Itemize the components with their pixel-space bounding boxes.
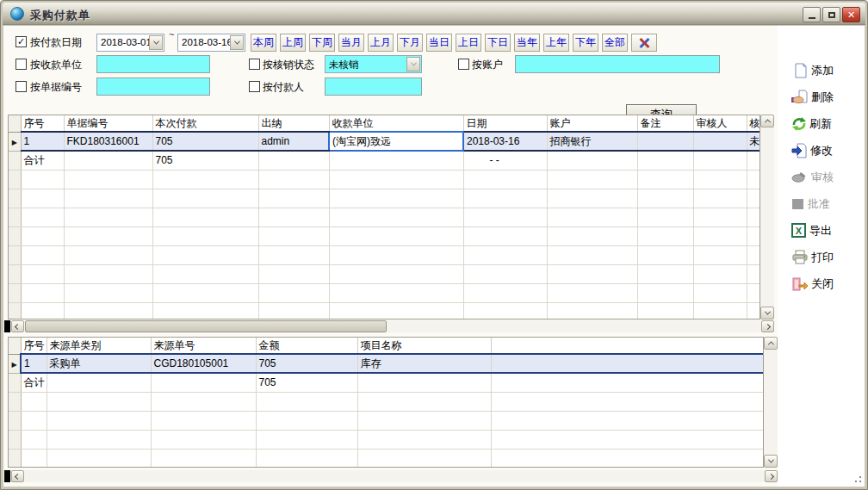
table-row-empty	[9, 226, 760, 245]
export-button[interactable]: X 导出	[791, 219, 867, 242]
col-date[interactable]: 日期	[463, 115, 547, 132]
refresh-icon	[791, 116, 807, 132]
col-seq[interactable]: 序号	[21, 338, 46, 354]
table-row[interactable]: ▶ 1 采购单 CGD180105001 705 库存	[9, 354, 764, 373]
table-row-empty	[9, 430, 764, 449]
date-to-combo[interactable]: 2018-03-16	[177, 34, 245, 52]
col-source-no[interactable]: 来源单号	[151, 338, 256, 354]
pay-date-label: 按付款日期	[30, 35, 82, 50]
date-from-combo[interactable]: 2018-03-01	[96, 34, 164, 52]
add-button[interactable]: 添加	[791, 59, 867, 82]
scroll-down-button[interactable]	[760, 307, 774, 319]
col-extra	[491, 338, 764, 354]
col-payee[interactable]: 收款单位	[329, 115, 463, 132]
pane-splitter[interactable]	[4, 320, 10, 332]
scroll-right-button[interactable]	[761, 320, 774, 332]
range-this-week-button[interactable]: 本周	[251, 34, 276, 52]
print-icon	[791, 250, 809, 265]
range-last-week-button[interactable]: 上周	[280, 34, 306, 52]
range-this-month-button[interactable]: 当月	[338, 34, 364, 52]
payee-input[interactable]	[96, 55, 210, 73]
detail-table-vscrollbar[interactable]	[764, 337, 778, 468]
table-row-empty	[9, 392, 764, 411]
detail-table: 序号 来源单类别 来源单号 金额 项目名称 ▶ 1 采购单 CGD1801050…	[8, 337, 764, 468]
pay-date-checkbox[interactable]: ✓	[16, 36, 27, 47]
detail-table-hscrollbar[interactable]	[4, 470, 778, 482]
approve-button: 批准	[791, 192, 867, 215]
app-globe-icon	[10, 7, 24, 21]
date-from-value: 2018-03-01	[101, 37, 152, 47]
range-last-month-button[interactable]: 上月	[368, 34, 394, 52]
range-next-month-button[interactable]: 下月	[397, 34, 423, 52]
minimize-button[interactable]	[803, 7, 821, 22]
scroll-down-button[interactable]	[764, 455, 778, 468]
doc-no-label: 按单据编号	[30, 80, 82, 95]
range-last-year-button[interactable]: 上年	[543, 34, 569, 52]
resize-grip[interactable]	[852, 473, 862, 483]
verify-status-checkbox[interactable]	[249, 59, 260, 70]
pane-splitter[interactable]	[4, 470, 10, 482]
col-remark[interactable]: 备注	[637, 115, 693, 132]
close-button[interactable]: ✕	[842, 7, 860, 22]
col-source-type[interactable]: 来源单类别	[46, 338, 151, 354]
doc-no-checkbox[interactable]	[16, 81, 27, 92]
payee-checkbox[interactable]	[16, 59, 27, 70]
chevron-down-icon[interactable]	[230, 35, 244, 50]
doc-no-input[interactable]	[96, 78, 210, 96]
col-payment[interactable]: 本次付款	[152, 115, 258, 132]
total-row[interactable]: 合计 705 - -	[9, 151, 760, 170]
focused-cell[interactable]: (淘宝网)致远	[329, 132, 463, 151]
delete-hand-icon	[791, 90, 809, 105]
close-door-icon	[791, 276, 809, 292]
scroll-up-button[interactable]	[764, 337, 778, 350]
range-yesterday-button[interactable]: 上日	[456, 34, 481, 52]
account-input[interactable]	[515, 55, 720, 73]
delete-button[interactable]: 删除	[791, 85, 867, 109]
col-project-name[interactable]: 项目名称	[357, 338, 491, 354]
col-auditor[interactable]: 审核人	[693, 115, 747, 132]
scroll-left-button[interactable]	[11, 320, 24, 332]
date-to-value: 2018-03-16	[182, 37, 232, 47]
close-form-button[interactable]: 关闭	[791, 272, 867, 295]
col-account[interactable]: 账户	[547, 115, 637, 132]
table-row-empty	[9, 170, 760, 189]
payer-input[interactable]	[325, 78, 422, 96]
col-verify[interactable]: 核销	[747, 115, 760, 132]
hscroll-thumb[interactable]	[25, 320, 387, 332]
scroll-left-button[interactable]	[11, 470, 24, 482]
col-seq[interactable]: 序号	[21, 115, 64, 132]
range-today-button[interactable]: 当日	[426, 34, 452, 52]
main-table-vscrollbar[interactable]	[760, 115, 774, 319]
verify-status-select[interactable]: 未核销	[325, 55, 422, 73]
scroll-right-button[interactable]	[765, 470, 778, 482]
col-amount[interactable]: 金额	[256, 338, 357, 354]
chevron-down-icon[interactable]	[149, 35, 163, 50]
table-row-empty	[9, 264, 760, 283]
scroll-up-button[interactable]	[760, 115, 774, 127]
range-next-week-button[interactable]: 下周	[309, 34, 335, 52]
range-all-button[interactable]: 全部	[602, 34, 628, 52]
row-selector-header	[9, 338, 21, 354]
main-table-hscrollbar[interactable]	[4, 320, 774, 332]
total-row[interactable]: 合计 705	[9, 373, 764, 392]
chevron-down-icon[interactable]	[406, 57, 420, 71]
col-cashier[interactable]: 出纳	[258, 115, 329, 132]
range-this-year-button[interactable]: 当年	[514, 34, 540, 52]
refresh-button[interactable]: 刷新	[791, 112, 867, 135]
custom-filter-button[interactable]	[631, 34, 657, 52]
account-checkbox[interactable]	[458, 59, 469, 70]
content-area: ✓ 按付款日期 2018-03-01 ~ 2018-03-16 本周 上周 下周…	[3, 26, 865, 487]
table-row[interactable]: ▶ 1 FKD180316001 705 admin (淘宝网)致远 2018-…	[9, 132, 760, 151]
maximize-icon	[828, 12, 835, 18]
print-button[interactable]: 打印	[791, 245, 867, 269]
range-next-year-button[interactable]: 下年	[573, 34, 598, 52]
maximize-button[interactable]	[822, 7, 840, 22]
col-doc-no[interactable]: 单据编号	[64, 115, 152, 132]
range-tomorrow-button[interactable]: 下日	[485, 34, 511, 52]
titlebar[interactable]: 采购付款单 ✕	[3, 3, 865, 25]
payer-checkbox[interactable]	[249, 81, 260, 92]
modify-button[interactable]: 修改	[791, 139, 867, 162]
audit-button: 审核	[791, 165, 867, 189]
main-table-header-row: 序号 单据编号 本次付款 出纳 收款单位 日期 账户 备注 审核人 核销	[9, 115, 760, 132]
payer-label: 按付款人	[263, 80, 304, 95]
